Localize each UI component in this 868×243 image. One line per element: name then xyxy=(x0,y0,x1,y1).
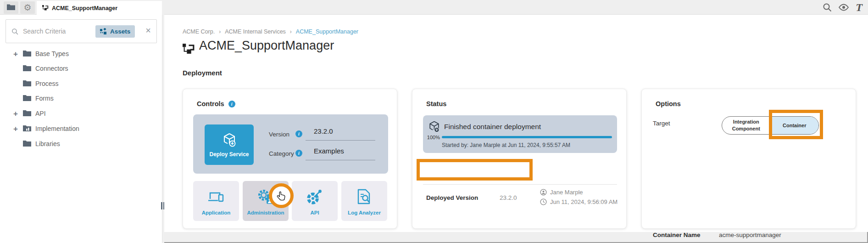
tree-item-label: API xyxy=(35,110,46,117)
deployed-version-label: Deployed Version xyxy=(426,194,478,201)
log-analyzer-tile[interactable]: Log Analyzer xyxy=(341,181,387,221)
sidebar-item-base-types[interactable]: + Base Types xyxy=(0,49,162,59)
gear-icon: ⚙ xyxy=(23,3,31,12)
deployed-at-time: Jun 11, 2024, 9:56:09 AM xyxy=(550,198,618,205)
controls-heading: Controls xyxy=(197,100,224,107)
deployment-message: Finished container deployment xyxy=(444,123,541,131)
info-icon[interactable] xyxy=(228,101,235,107)
sidebar-item-api[interactable]: + API xyxy=(0,108,162,119)
tree-item-label: Base Types xyxy=(35,50,69,57)
version-label: Version xyxy=(269,131,289,138)
deployed-version-value: 23.2.0 xyxy=(500,194,517,201)
container-name-label: Container Name xyxy=(653,232,701,238)
breadcrumb-item[interactable]: ACME Corp. xyxy=(183,28,215,35)
tile-label: API xyxy=(310,210,319,215)
version-input-underline xyxy=(306,140,375,141)
hand-cursor-icon xyxy=(276,191,287,202)
container-name-value: acme-supportmanager xyxy=(719,232,781,238)
folder-icon xyxy=(23,110,31,118)
breadcrumb-separator: › xyxy=(290,28,292,35)
deploy-package-icon xyxy=(222,132,237,147)
tree-item-label: Implementation xyxy=(35,125,79,132)
folder-button[interactable] xyxy=(4,1,18,14)
package-icon xyxy=(428,120,440,135)
options-card: Options Target Integration Component Con… xyxy=(641,89,856,229)
assets-icon xyxy=(100,28,107,35)
global-search-icon[interactable] xyxy=(823,3,832,12)
deployed-at-line: Jun 11, 2024, 9:56:09 AM xyxy=(540,198,618,205)
target-option-integration-component[interactable]: Integration Component xyxy=(722,117,770,134)
expand-icon[interactable]: + xyxy=(12,125,19,133)
target-option-label: Integration Component xyxy=(725,119,768,132)
folder-icon xyxy=(23,50,31,58)
progress-bar xyxy=(442,136,612,138)
api-wheel-icon xyxy=(306,188,323,205)
sidebar-item-connectors[interactable]: Connectors xyxy=(0,63,162,73)
deploy-service-button[interactable]: Deploy Service xyxy=(205,124,254,165)
started-by-text: Started by: Jane Marple at Jun 11, 2024,… xyxy=(442,142,570,148)
expand-icon[interactable]: + xyxy=(12,50,19,58)
project-icon xyxy=(183,43,195,56)
breadcrumb-item[interactable]: ACME Internal Services xyxy=(225,28,286,35)
tab-title: ACME_SupportManager xyxy=(52,5,117,11)
service-status-highlight-box xyxy=(417,159,533,181)
assets-chip-label: Assets xyxy=(110,28,130,35)
category-value[interactable]: Examples xyxy=(314,147,344,155)
sidebar-item-forms[interactable]: Forms xyxy=(0,93,162,103)
info-icon[interactable] xyxy=(295,150,302,157)
deploy-button-label: Deploy Service xyxy=(209,151,249,158)
category-input-underline xyxy=(306,160,375,160)
search-input-placeholder[interactable]: Search Criteria xyxy=(23,28,66,35)
api-tile[interactable]: API xyxy=(292,181,338,221)
status-heading: Status xyxy=(426,100,446,107)
tile-label: Log Analyzer xyxy=(348,210,381,215)
implementation-folder-icon xyxy=(23,125,31,133)
sidebar-item-libraries[interactable]: Libraries xyxy=(0,139,162,149)
folder-icon xyxy=(23,140,31,148)
breadcrumb: ACME Corp. › ACME Internal Services › AC… xyxy=(183,28,358,35)
document-tab[interactable]: ACME_SupportManager xyxy=(37,1,162,15)
brand-logo: T xyxy=(856,2,862,13)
controls-card: Controls Deploy Service Version 23.2.0 C… xyxy=(183,89,397,229)
folder-icon xyxy=(7,4,15,12)
deployed-by-line: Jane Marple xyxy=(540,189,583,196)
application-tile[interactable]: Application xyxy=(193,181,239,221)
deployed-by-name: Jane Marple xyxy=(550,189,583,196)
search-icon xyxy=(11,28,18,35)
tree-item-label: Forms xyxy=(35,95,54,102)
target-toggle: Integration Component Container xyxy=(722,116,819,135)
version-value[interactable]: 23.2.0 xyxy=(314,127,333,135)
close-icon[interactable]: × xyxy=(145,26,151,35)
tile-label: Application xyxy=(202,210,231,215)
sidebar-item-process[interactable]: Process xyxy=(0,79,162,89)
asset-search-box[interactable]: Search Criteria Assets × xyxy=(6,19,157,43)
tree-item-label: Connectors xyxy=(35,65,68,72)
app-window: ⚙ ACME_SupportManager T Search Criteria xyxy=(0,0,868,243)
category-label: Category xyxy=(269,150,294,157)
breadcrumb-current[interactable]: ACME_SupportManager xyxy=(296,28,358,35)
breadcrumb-separator: › xyxy=(219,28,221,35)
divider xyxy=(423,184,617,185)
section-heading: Deployment xyxy=(183,69,222,77)
click-annotation-ring xyxy=(269,183,294,208)
page-title: ACME_SupportManager xyxy=(199,39,334,53)
application-devices-icon xyxy=(207,190,225,204)
user-icon xyxy=(540,189,547,196)
info-icon[interactable] xyxy=(295,130,302,137)
sidebar-item-implementation[interactable]: + Implementation xyxy=(0,124,162,134)
progress-percent: 100% xyxy=(425,135,440,140)
status-card: Status Finished container deployment 100… xyxy=(412,89,627,229)
settings-button[interactable]: ⚙ xyxy=(20,1,35,14)
expand-icon[interactable]: + xyxy=(12,110,19,118)
target-label: Target xyxy=(653,120,670,127)
target-option-container[interactable]: Container xyxy=(770,117,819,134)
assets-filter-chip[interactable]: Assets xyxy=(95,25,135,38)
folder-icon xyxy=(23,95,31,103)
deploy-panel: Deploy Service Version 23.2.0 Category E… xyxy=(193,114,388,174)
clock-icon xyxy=(540,198,547,205)
preview-eye-icon[interactable] xyxy=(839,4,849,11)
tree-item-label: Process xyxy=(35,80,59,87)
folder-icon xyxy=(23,65,31,73)
options-heading: Options xyxy=(656,100,681,107)
project-icon xyxy=(42,5,49,12)
